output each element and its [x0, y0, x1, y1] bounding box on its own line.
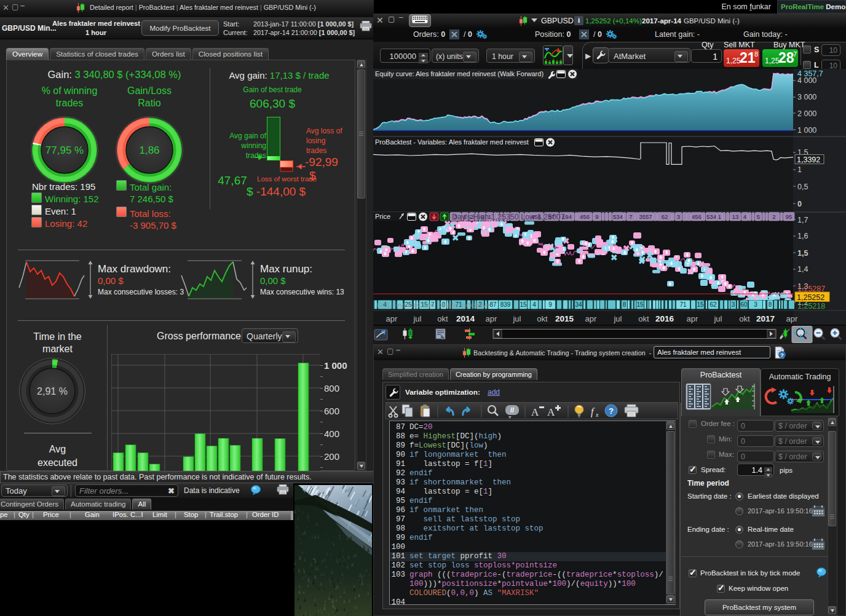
svg-text:apr: apr	[786, 314, 798, 323]
svg-text:7: 7	[629, 213, 632, 220]
svg-text:2,91 %: 2,91 %	[37, 386, 68, 397]
svg-text:1: 1	[718, 213, 721, 220]
svg-text://: //	[510, 406, 514, 414]
svg-text:1,7: 1,7	[797, 216, 808, 224]
svg-text:0: 0	[797, 200, 802, 208]
svg-text:1,25252: 1,25252	[797, 293, 824, 302]
svg-text:1,5: 1,5	[797, 249, 808, 258]
svg-text:jul: jul	[512, 314, 521, 323]
svg-text:534: 534	[613, 213, 623, 220]
svg-text:9: 9	[595, 213, 598, 220]
svg-text:1: 1	[797, 165, 802, 174]
svg-text:71: 71	[679, 301, 687, 308]
svg-text:60: 60	[740, 301, 748, 308]
svg-text:t911.FinanceChart Datafis indi: t911.FinanceChart Datafis indicative	[377, 301, 490, 309]
svg-text:jul: jul	[413, 314, 421, 323]
svg-text:5: 5	[757, 213, 760, 220]
svg-text:jul: jul	[713, 314, 722, 323]
svg-text:Day's High 1,25350 Low 1,25007: Day's High 1,25350 Low 1,25007	[452, 213, 565, 221]
svg-text:534: 534	[706, 213, 716, 220]
svg-text:4: 4	[532, 301, 536, 308]
svg-text:Price: Price	[375, 213, 390, 220]
svg-text:4 000: 4 000	[797, 76, 816, 85]
svg-text:9: 9	[548, 301, 552, 308]
svg-text:jul: jul	[613, 314, 622, 323]
svg-text:456: 456	[580, 213, 590, 220]
svg-text:okt: okt	[638, 314, 649, 323]
svg-text:8: 8	[769, 301, 772, 308]
svg-text:apr: apr	[386, 314, 398, 323]
svg-text:ProBacktest - Variables: Ales: ProBacktest - Variables: Ales fraktaler …	[375, 138, 529, 146]
svg-text:f: f	[591, 406, 595, 417]
svg-text:?: ?	[780, 352, 784, 358]
svg-text:2015: 2015	[555, 314, 574, 323]
svg-text:okt: okt	[437, 314, 448, 323]
svg-text:1,86: 1,86	[139, 144, 159, 156]
svg-text:77,95 %: 77,95 %	[45, 144, 84, 156]
svg-text:3557: 3557	[639, 213, 652, 220]
svg-text:A: A	[531, 406, 539, 418]
svg-text:456: 456	[692, 213, 702, 220]
svg-text:3: 3	[677, 213, 680, 220]
svg-text:okt: okt	[739, 314, 750, 323]
svg-text:95: 95	[786, 213, 793, 220]
svg-text:15: 15	[697, 301, 704, 308]
svg-text:1,4: 1,4	[797, 265, 808, 274]
svg-text:62: 62	[710, 301, 717, 308]
svg-text:okt: okt	[537, 314, 548, 323]
svg-text:2 000: 2 000	[797, 109, 816, 118]
svg-text:1,25218: 1,25218	[797, 302, 825, 310]
svg-text:3: 3	[754, 301, 757, 308]
svg-text:apr: apr	[687, 314, 698, 323]
svg-text:8: 8	[623, 301, 627, 308]
svg-text:1,6: 1,6	[797, 232, 808, 240]
svg-text:34: 34	[575, 301, 582, 308]
svg-text:Equity curve: Ales fraktaler m: Equity curve: Ales fraktaler med reinves…	[375, 70, 544, 77]
svg-text:0,5: 0,5	[797, 183, 808, 191]
svg-text:839: 839	[500, 301, 511, 308]
svg-text:15: 15	[636, 301, 644, 308]
svg-text:15: 15	[520, 301, 527, 308]
svg-text:2017: 2017	[756, 314, 775, 323]
svg-text:x: x	[595, 411, 599, 418]
svg-text:62: 62	[662, 213, 668, 220]
svg-text:4: 4	[743, 213, 746, 220]
svg-text:1 000: 1 000	[797, 126, 816, 135]
svg-text:2016: 2016	[655, 314, 674, 323]
svg-text:87: 87	[489, 301, 497, 308]
svg-text:apr: apr	[486, 314, 497, 323]
svg-text:13: 13	[732, 213, 739, 220]
svg-text:3 000: 3 000	[797, 93, 816, 101]
svg-text:2014: 2014	[456, 314, 475, 323]
svg-text:?: ?	[609, 406, 614, 416]
svg-text:apr: apr	[585, 314, 597, 323]
svg-text:A: A	[547, 406, 555, 418]
svg-text:2: 2	[772, 213, 775, 220]
svg-text:3: 3	[732, 301, 735, 308]
svg-text:1,3392: 1,3392	[797, 156, 820, 164]
